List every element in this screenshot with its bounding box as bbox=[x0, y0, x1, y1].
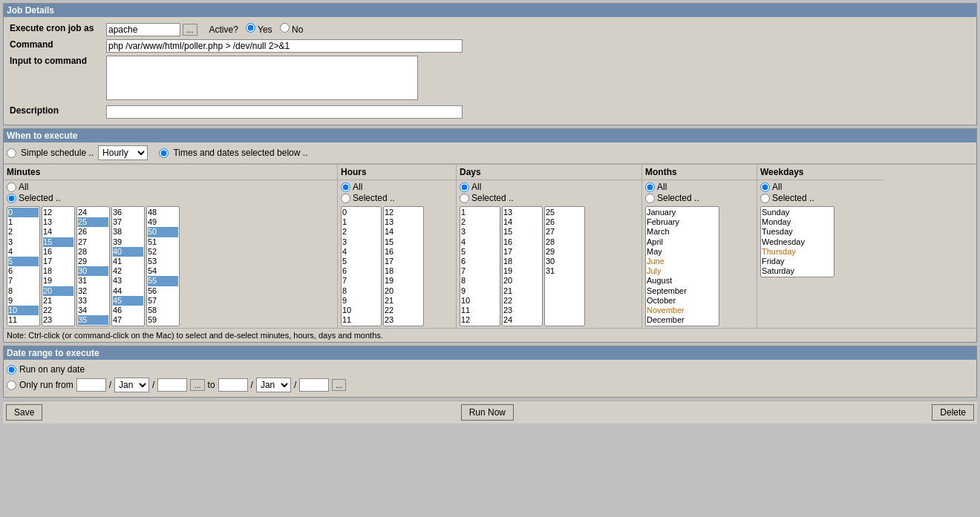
command-label: Command bbox=[7, 38, 103, 54]
days-all-label: All bbox=[471, 182, 481, 192]
weekdays-selected-radio[interactable] bbox=[760, 194, 770, 203]
job-details-content: Execute cron job as ... Active? Yes No bbox=[4, 17, 976, 125]
days-list-col2[interactable]: 13141516 17181920 21222324 bbox=[502, 206, 543, 326]
min-14: 14 bbox=[43, 227, 74, 237]
min-35: 35 bbox=[78, 315, 108, 325]
hours-selected-label: Selected .. bbox=[353, 193, 395, 203]
hours-all-radio[interactable] bbox=[341, 182, 350, 192]
save-button[interactable]: Save bbox=[6, 404, 42, 421]
min-56: 56 bbox=[148, 286, 178, 296]
weekdays-listbox-container: Sunday Monday Tuesday Wednesday Thursday… bbox=[757, 205, 883, 279]
days-selected-label: Selected .. bbox=[471, 193, 514, 203]
from-month-select[interactable]: JanFebMarApr MayJunJulAug SepOctNovDec bbox=[114, 378, 149, 392]
when-top-row: Simple schedule .. Hourly Daily Weekly M… bbox=[4, 142, 976, 164]
to-year-input[interactable] bbox=[299, 378, 329, 392]
date-range-header: Date range to execute bbox=[4, 346, 976, 360]
hours-list-col2[interactable]: 12131415 16171819 20212223 bbox=[383, 206, 424, 326]
minutes-listbox-container: 0 1 2 3 4 5 6 7 8 9 10 11 12 bbox=[4, 205, 337, 328]
min-23: 23 bbox=[43, 315, 74, 325]
active-no-radio[interactable] bbox=[280, 23, 290, 33]
to-month-select[interactable]: JanFebMarApr MayJunJulAug SepOctNovDec bbox=[256, 378, 291, 392]
min-2: 2 bbox=[8, 227, 39, 237]
minutes-col: Minutes All Selected .. 0 1 2 3 4 5 6 7 bbox=[4, 165, 338, 328]
days-selected-radio[interactable] bbox=[460, 194, 469, 203]
run-any-date-label: Run on any date bbox=[19, 364, 85, 375]
min-44: 44 bbox=[113, 286, 143, 296]
days-list-col1[interactable]: 1234 5678 9101112 bbox=[460, 206, 500, 326]
month-sep: September bbox=[647, 286, 718, 296]
minutes-list-col4[interactable]: 36 37 38 39 40 41 42 43 44 45 46 47 bbox=[111, 206, 145, 326]
days-list-col3[interactable]: 25262728 293031 bbox=[544, 206, 585, 326]
days-all-radio[interactable] bbox=[460, 182, 469, 192]
page-wrapper: Job Details Execute cron job as ... Acti… bbox=[0, 0, 980, 427]
weekdays-list[interactable]: Sunday Monday Tuesday Wednesday Thursday… bbox=[760, 206, 834, 277]
min-43: 43 bbox=[113, 276, 143, 286]
weekdays-col: Weekdays All Selected .. Sunday Monday T… bbox=[757, 165, 883, 328]
months-listbox-container: January February March April May June Ju… bbox=[642, 205, 757, 328]
months-header: Months bbox=[642, 165, 757, 180]
min-21: 21 bbox=[43, 296, 74, 306]
only-run-from-row: Only run from / JanFebMarApr MayJunJulAu… bbox=[7, 376, 973, 394]
schedule-select[interactable]: Hourly Daily Weekly Monthly bbox=[98, 145, 148, 160]
min-30: 30 bbox=[78, 266, 108, 276]
min-36: 36 bbox=[113, 208, 143, 217]
minutes-list-col2[interactable]: 12 13 14 15 16 17 18 19 20 21 22 23 bbox=[42, 206, 75, 326]
min-55: 55 bbox=[148, 276, 178, 286]
hours-listbox-container: 0123 4567 891011 12131415 16171819 20212… bbox=[338, 205, 456, 328]
month-mar: March bbox=[647, 227, 718, 237]
min-37: 37 bbox=[113, 217, 143, 227]
minutes-header: Minutes bbox=[4, 165, 337, 180]
times-dates-radio[interactable] bbox=[159, 148, 169, 158]
min-49: 49 bbox=[148, 217, 178, 227]
months-all-radio[interactable] bbox=[645, 182, 655, 192]
execute-input[interactable] bbox=[106, 23, 180, 36]
months-selected-radio[interactable] bbox=[645, 194, 655, 203]
from-day-input[interactable] bbox=[76, 378, 106, 392]
hours-list-col1[interactable]: 0123 4567 891011 bbox=[341, 206, 382, 326]
wday-sat: Saturday bbox=[762, 266, 833, 276]
description-input[interactable] bbox=[106, 105, 463, 119]
wday-wed: Wednesday bbox=[762, 237, 833, 247]
min-33: 33 bbox=[78, 296, 108, 306]
minutes-list-col3[interactable]: 24 25 26 27 28 29 30 31 32 33 34 35 bbox=[76, 206, 110, 326]
minutes-all-radio[interactable] bbox=[7, 182, 16, 192]
min-28: 28 bbox=[78, 247, 108, 257]
to-date-ellipsis-btn[interactable]: ... bbox=[332, 379, 346, 391]
command-input[interactable] bbox=[106, 39, 463, 53]
hours-selected-radio[interactable] bbox=[341, 194, 350, 203]
input-textarea[interactable] bbox=[106, 56, 418, 100]
month-jun: June bbox=[647, 257, 718, 266]
from-date-ellipsis-btn[interactable]: ... bbox=[190, 379, 204, 391]
description-cell bbox=[103, 104, 973, 120]
delete-button[interactable]: Delete bbox=[932, 404, 974, 421]
only-run-from-radio[interactable] bbox=[7, 381, 16, 390]
minutes-list-col5[interactable]: 48 49 50 51 52 53 54 55 56 57 58 59 bbox=[146, 206, 180, 326]
simple-schedule-radio[interactable] bbox=[7, 148, 16, 158]
min-51: 51 bbox=[148, 237, 178, 247]
wday-fri: Friday bbox=[762, 257, 833, 266]
minutes-list-col1[interactable]: 0 1 2 3 4 5 6 7 8 9 10 11 bbox=[7, 206, 40, 326]
min-52: 52 bbox=[148, 247, 178, 257]
execute-ellipsis-btn[interactable]: ... bbox=[183, 24, 197, 36]
months-list[interactable]: January February March April May June Ju… bbox=[645, 206, 719, 326]
run-any-date-row: Run on any date bbox=[7, 363, 973, 376]
weekdays-all-radio[interactable] bbox=[760, 182, 770, 192]
to-label: to bbox=[208, 380, 215, 390]
from-year-input[interactable] bbox=[157, 378, 187, 392]
run-any-date-radio[interactable] bbox=[7, 365, 16, 375]
min-20: 20 bbox=[43, 286, 74, 296]
to-day-input[interactable] bbox=[218, 378, 248, 392]
month-feb: February bbox=[647, 217, 718, 227]
job-details-section: Job Details Execute cron job as ... Acti… bbox=[3, 3, 977, 125]
run-now-button[interactable]: Run Now bbox=[461, 404, 514, 421]
active-yes-label: Yes bbox=[258, 24, 272, 35]
min-34: 34 bbox=[78, 306, 108, 315]
date-range-section: Date range to execute Run on any date On… bbox=[3, 346, 977, 398]
min-41: 41 bbox=[113, 257, 143, 266]
minutes-selected-radio[interactable] bbox=[7, 194, 16, 203]
month-nov: November bbox=[647, 306, 718, 315]
months-radio-row: All Selected .. bbox=[642, 180, 757, 205]
min-4: 4 bbox=[8, 247, 39, 257]
schedule-grid: Minutes All Selected .. 0 1 2 3 4 5 6 7 bbox=[4, 164, 976, 328]
active-yes-radio[interactable] bbox=[246, 23, 255, 33]
